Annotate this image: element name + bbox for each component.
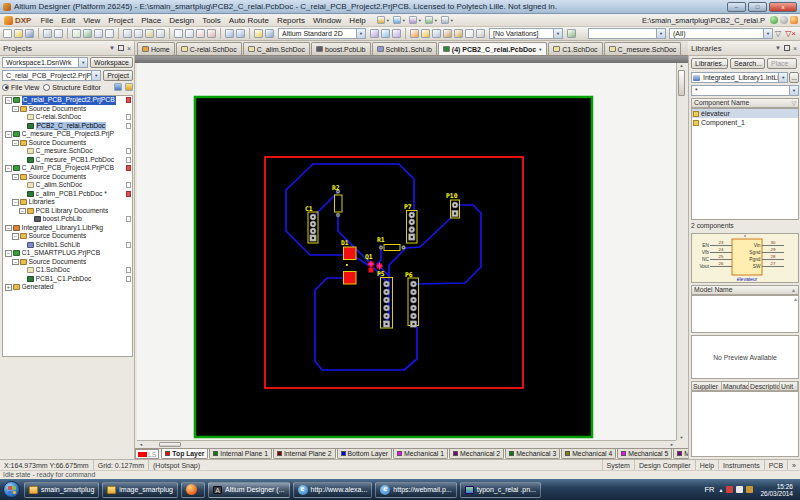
room-icon[interactable] [476, 29, 485, 38]
zoom-icon[interactable] [94, 29, 103, 38]
apply-filter-icon[interactable]: ▽ [775, 29, 781, 38]
network-icon[interactable] [736, 486, 743, 493]
taskbar-item-http-www-alexa[interactable]: ehttp://www.alexa... [293, 482, 373, 498]
menu-window[interactable]: Window [309, 15, 345, 26]
view-config-icon[interactable] [265, 29, 274, 38]
notes-icon[interactable] [392, 29, 401, 38]
snippets-icon[interactable] [409, 16, 417, 24]
route-icon[interactable] [381, 29, 390, 38]
table-header-description[interactable]: Description [749, 382, 780, 390]
doc-tab-home[interactable]: Home [137, 42, 175, 55]
save-icon[interactable] [25, 29, 34, 38]
window-layout-icon[interactable] [441, 16, 449, 24]
collapse-icon[interactable]: − [5, 131, 12, 138]
layer-tab-top-layer[interactable]: Top Layer [161, 449, 208, 459]
expand-icon[interactable]: + [5, 284, 12, 291]
layer-tab-bottom-layer[interactable]: Bottom Layer [337, 449, 392, 459]
layer-tab-mechanical-1[interactable]: Mechanical 1 [393, 449, 448, 459]
taskbar-item-https-webmail-p[interactable]: ehttps://webmail.p... [375, 482, 456, 498]
tree-row[interactable]: Schlib1.SchLib [3, 241, 132, 250]
table-header-manufactur[interactable]: Manufactur [722, 382, 749, 390]
taskbar-item-firefox[interactable] [181, 482, 205, 498]
search-button[interactable]: Search... [730, 58, 765, 69]
tray-expand-icon[interactable]: ▲ [719, 487, 724, 493]
menu-view[interactable]: View [79, 15, 104, 26]
copy-icon[interactable] [134, 29, 143, 38]
tree-row[interactable]: +Generated [3, 283, 132, 292]
menu-reports[interactable]: Reports [273, 15, 309, 26]
doc-tab-boost-pcblib[interactable]: boost.PcbLib [311, 42, 370, 55]
panel-button-system[interactable]: System [602, 460, 634, 470]
tree-row[interactable]: −Integrated_Library1.LibPkg [3, 224, 132, 233]
place-button[interactable]: Place [767, 58, 797, 69]
tree-row[interactable]: −Libraries [3, 198, 132, 207]
menu-auto-route[interactable]: Auto Route [225, 15, 273, 26]
layer-tab-mechanical-2[interactable]: Mechanical 2 [449, 449, 504, 459]
redo-icon[interactable] [236, 29, 245, 38]
menu-design[interactable]: Design [165, 15, 198, 26]
undo-icon[interactable] [225, 29, 234, 38]
taskbar-item-smain-smartplug[interactable]: smain_smartplug [24, 482, 99, 498]
clipboard-icon[interactable] [156, 29, 165, 38]
tree-row[interactable]: −Source Documents [3, 232, 132, 241]
browser-back-icon[interactable] [393, 16, 401, 24]
view-mode-combo[interactable]: Altium Standard 2D▼ [278, 28, 366, 39]
clear-filter-icon[interactable]: ▽× [785, 29, 796, 38]
new-icon[interactable] [3, 29, 12, 38]
panel-close-icon[interactable]: × [793, 45, 797, 52]
panel-button-help[interactable]: Help [695, 460, 718, 470]
add-favorite-icon[interactable] [790, 16, 798, 24]
zoom-area-icon[interactable] [105, 29, 114, 38]
collapse-icon[interactable]: − [12, 174, 19, 181]
maximize-button[interactable]: □ [748, 2, 767, 12]
language-indicator[interactable]: FR [705, 485, 715, 494]
panel-pin-icon[interactable] [784, 45, 790, 51]
library-more-button[interactable]: ... [789, 72, 799, 83]
tree-row[interactable]: −C_mesure_PCB_Project3.PrjP [3, 130, 132, 139]
tree-row[interactable]: −C1_SMARTPLUG.PrjPCB [3, 249, 132, 258]
variations-combo[interactable]: [No Variations]▼ [489, 28, 563, 39]
via-icon[interactable] [421, 29, 430, 38]
tree-row[interactable]: C_alim.SchDoc [3, 181, 132, 190]
clear-filter-icon[interactable] [207, 29, 216, 38]
tree-row[interactable]: PCB1_C1.PcbDoc [3, 275, 132, 284]
nav-forward-icon[interactable] [780, 16, 788, 24]
variant-icon[interactable] [567, 29, 576, 38]
start-button[interactable] [3, 481, 20, 498]
tree-row[interactable]: −Source Documents [3, 139, 132, 148]
close-button[interactable]: x [769, 2, 797, 12]
workspace-button[interactable]: Workspace [90, 57, 133, 68]
project-combo[interactable]: C_relai_PCB_Project2.PrjPCB▼ [2, 70, 101, 81]
menu-dxp[interactable]: DXP [15, 16, 31, 25]
layer-tab-mechanical-5[interactable]: Mechanical 5 [617, 449, 672, 459]
tree-row[interactable]: C1.SchDoc [3, 266, 132, 275]
tree-row[interactable]: C_mesure.SchDoc [3, 147, 132, 156]
layer-tab-mechanical-4[interactable]: Mechanical 4 [561, 449, 616, 459]
cut-icon[interactable] [123, 29, 132, 38]
layer-tab-internal-plane-2[interactable]: Internal Plane 2 [273, 449, 336, 459]
tree-row[interactable]: c_alim_PCB1.PcbDoc * [3, 190, 132, 199]
component-item[interactable]: élevateur [692, 109, 798, 118]
panel-menu-icon[interactable]: ▼ [109, 45, 115, 51]
arc-icon[interactable] [432, 29, 441, 38]
menu-tools[interactable]: Tools [198, 15, 225, 26]
notebook-icon[interactable] [370, 29, 379, 38]
move-icon[interactable] [185, 29, 194, 38]
mask-query-combo[interactable]: ▼ [588, 28, 666, 39]
component-name-header[interactable]: Component Name▽ [691, 98, 799, 108]
doc-tab-c1-schdoc[interactable]: C1.SchDoc [548, 42, 602, 55]
menu-project[interactable]: Project [104, 15, 137, 26]
libraries-button[interactable]: Libraries... [691, 58, 728, 69]
collapse-icon[interactable]: − [12, 140, 19, 147]
panel-menu-icon[interactable]: ▼ [775, 45, 781, 51]
component-item[interactable]: Component_1 [692, 118, 798, 127]
doc-tab-c-mesure-schdoc[interactable]: C_mesure.SchDoc [604, 42, 682, 55]
tree-row[interactable]: −C_relai_PCB_Project2.PrjPCB [3, 96, 132, 105]
doc-tab--4-pcb2-c-relai-pcbdoc[interactable]: (4) PCB2_C_relai.PcbDoc▼ [438, 42, 547, 55]
favorites-icon[interactable] [377, 16, 385, 24]
table-header-supplier[interactable]: Supplier [692, 382, 722, 390]
wiring-icon[interactable] [254, 29, 263, 38]
validate-icon[interactable] [114, 83, 122, 91]
flag-icon[interactable] [726, 486, 733, 493]
vertical-scrollbar[interactable]: ▲ ▼ [676, 63, 686, 440]
